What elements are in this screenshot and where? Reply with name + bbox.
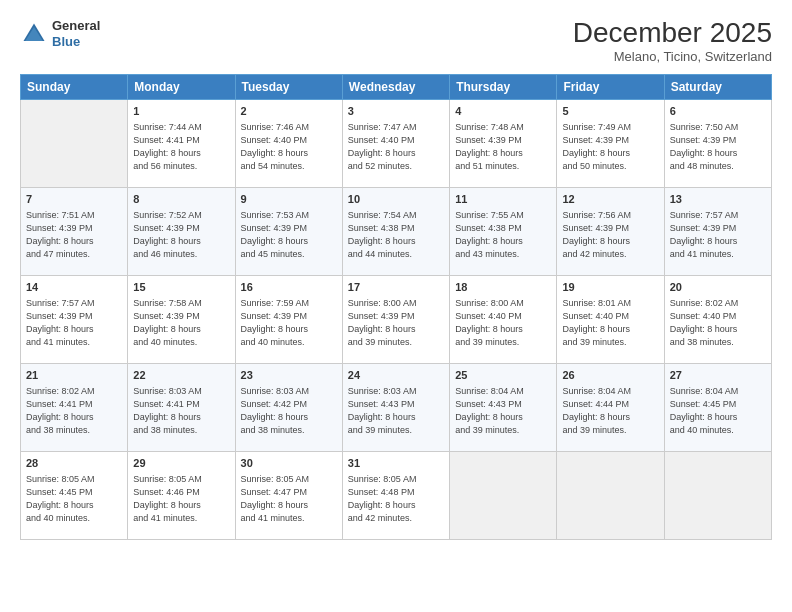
cell-info: Sunrise: 8:02 AMSunset: 4:40 PMDaylight:… [670,297,766,349]
logo-general: General [52,18,100,34]
week-row-4: 28Sunrise: 8:05 AMSunset: 4:45 PMDayligh… [21,451,772,539]
day-number: 15 [133,280,229,295]
cell-info: Sunrise: 7:46 AMSunset: 4:40 PMDaylight:… [241,121,337,173]
day-number: 13 [670,192,766,207]
cell-info: Sunrise: 7:51 AMSunset: 4:39 PMDaylight:… [26,209,122,261]
cell-info: Sunrise: 7:52 AMSunset: 4:39 PMDaylight:… [133,209,229,261]
day-number: 21 [26,368,122,383]
cell-info: Sunrise: 7:57 AMSunset: 4:39 PMDaylight:… [670,209,766,261]
day-number: 29 [133,456,229,471]
week-row-3: 21Sunrise: 8:02 AMSunset: 4:41 PMDayligh… [21,363,772,451]
calendar-cell: 27Sunrise: 8:04 AMSunset: 4:45 PMDayligh… [664,363,771,451]
header: General Blue December 2025 Melano, Ticin… [20,18,772,64]
calendar-cell: 6Sunrise: 7:50 AMSunset: 4:39 PMDaylight… [664,99,771,187]
day-number: 24 [348,368,444,383]
week-row-0: 1Sunrise: 7:44 AMSunset: 4:41 PMDaylight… [21,99,772,187]
cell-info: Sunrise: 8:05 AMSunset: 4:48 PMDaylight:… [348,473,444,525]
calendar-cell: 19Sunrise: 8:01 AMSunset: 4:40 PMDayligh… [557,275,664,363]
logo: General Blue [20,18,100,49]
page: General Blue December 2025 Melano, Ticin… [0,0,792,612]
day-number: 1 [133,104,229,119]
calendar-cell: 8Sunrise: 7:52 AMSunset: 4:39 PMDaylight… [128,187,235,275]
day-number: 7 [26,192,122,207]
calendar-cell: 7Sunrise: 7:51 AMSunset: 4:39 PMDaylight… [21,187,128,275]
cell-info: Sunrise: 7:54 AMSunset: 4:38 PMDaylight:… [348,209,444,261]
calendar-cell: 29Sunrise: 8:05 AMSunset: 4:46 PMDayligh… [128,451,235,539]
col-header-friday: Friday [557,74,664,99]
calendar-cell: 24Sunrise: 8:03 AMSunset: 4:43 PMDayligh… [342,363,449,451]
calendar-cell: 25Sunrise: 8:04 AMSunset: 4:43 PMDayligh… [450,363,557,451]
week-row-1: 7Sunrise: 7:51 AMSunset: 4:39 PMDaylight… [21,187,772,275]
calendar-cell: 21Sunrise: 8:02 AMSunset: 4:41 PMDayligh… [21,363,128,451]
day-number: 3 [348,104,444,119]
cell-info: Sunrise: 8:02 AMSunset: 4:41 PMDaylight:… [26,385,122,437]
col-header-sunday: Sunday [21,74,128,99]
day-number: 8 [133,192,229,207]
calendar-cell: 31Sunrise: 8:05 AMSunset: 4:48 PMDayligh… [342,451,449,539]
day-number: 6 [670,104,766,119]
cell-info: Sunrise: 8:00 AMSunset: 4:40 PMDaylight:… [455,297,551,349]
cell-info: Sunrise: 7:59 AMSunset: 4:39 PMDaylight:… [241,297,337,349]
calendar-cell: 3Sunrise: 7:47 AMSunset: 4:40 PMDaylight… [342,99,449,187]
calendar-cell: 17Sunrise: 8:00 AMSunset: 4:39 PMDayligh… [342,275,449,363]
logo-blue: Blue [52,34,100,50]
calendar-cell [450,451,557,539]
day-number: 11 [455,192,551,207]
cell-info: Sunrise: 8:03 AMSunset: 4:41 PMDaylight:… [133,385,229,437]
cell-info: Sunrise: 8:04 AMSunset: 4:44 PMDaylight:… [562,385,658,437]
day-number: 23 [241,368,337,383]
cell-info: Sunrise: 7:47 AMSunset: 4:40 PMDaylight:… [348,121,444,173]
col-header-saturday: Saturday [664,74,771,99]
cell-info: Sunrise: 7:57 AMSunset: 4:39 PMDaylight:… [26,297,122,349]
col-header-thursday: Thursday [450,74,557,99]
col-header-monday: Monday [128,74,235,99]
logo-text: General Blue [52,18,100,49]
day-number: 25 [455,368,551,383]
col-header-wednesday: Wednesday [342,74,449,99]
day-number: 14 [26,280,122,295]
calendar-cell: 10Sunrise: 7:54 AMSunset: 4:38 PMDayligh… [342,187,449,275]
day-number: 12 [562,192,658,207]
col-header-tuesday: Tuesday [235,74,342,99]
cell-info: Sunrise: 7:56 AMSunset: 4:39 PMDaylight:… [562,209,658,261]
cell-info: Sunrise: 8:05 AMSunset: 4:46 PMDaylight:… [133,473,229,525]
cell-info: Sunrise: 8:00 AMSunset: 4:39 PMDaylight:… [348,297,444,349]
day-number: 27 [670,368,766,383]
month-title: December 2025 [573,18,772,49]
calendar-cell: 16Sunrise: 7:59 AMSunset: 4:39 PMDayligh… [235,275,342,363]
cell-info: Sunrise: 7:44 AMSunset: 4:41 PMDaylight:… [133,121,229,173]
calendar-cell: 4Sunrise: 7:48 AMSunset: 4:39 PMDaylight… [450,99,557,187]
cell-info: Sunrise: 7:48 AMSunset: 4:39 PMDaylight:… [455,121,551,173]
calendar-cell: 28Sunrise: 8:05 AMSunset: 4:45 PMDayligh… [21,451,128,539]
cell-info: Sunrise: 8:05 AMSunset: 4:47 PMDaylight:… [241,473,337,525]
cell-info: Sunrise: 8:03 AMSunset: 4:42 PMDaylight:… [241,385,337,437]
calendar-cell: 30Sunrise: 8:05 AMSunset: 4:47 PMDayligh… [235,451,342,539]
header-row: SundayMondayTuesdayWednesdayThursdayFrid… [21,74,772,99]
calendar-cell: 26Sunrise: 8:04 AMSunset: 4:44 PMDayligh… [557,363,664,451]
day-number: 2 [241,104,337,119]
day-number: 26 [562,368,658,383]
calendar-table: SundayMondayTuesdayWednesdayThursdayFrid… [20,74,772,540]
cell-info: Sunrise: 7:55 AMSunset: 4:38 PMDaylight:… [455,209,551,261]
day-number: 22 [133,368,229,383]
calendar-cell: 5Sunrise: 7:49 AMSunset: 4:39 PMDaylight… [557,99,664,187]
calendar-cell: 14Sunrise: 7:57 AMSunset: 4:39 PMDayligh… [21,275,128,363]
day-number: 16 [241,280,337,295]
week-row-2: 14Sunrise: 7:57 AMSunset: 4:39 PMDayligh… [21,275,772,363]
cell-info: Sunrise: 8:03 AMSunset: 4:43 PMDaylight:… [348,385,444,437]
day-number: 20 [670,280,766,295]
cell-info: Sunrise: 7:53 AMSunset: 4:39 PMDaylight:… [241,209,337,261]
calendar-cell: 13Sunrise: 7:57 AMSunset: 4:39 PMDayligh… [664,187,771,275]
calendar-cell: 20Sunrise: 8:02 AMSunset: 4:40 PMDayligh… [664,275,771,363]
calendar-cell: 23Sunrise: 8:03 AMSunset: 4:42 PMDayligh… [235,363,342,451]
day-number: 10 [348,192,444,207]
cell-info: Sunrise: 8:05 AMSunset: 4:45 PMDaylight:… [26,473,122,525]
day-number: 5 [562,104,658,119]
calendar-cell: 11Sunrise: 7:55 AMSunset: 4:38 PMDayligh… [450,187,557,275]
calendar-cell [557,451,664,539]
day-number: 4 [455,104,551,119]
calendar-cell [21,99,128,187]
cell-info: Sunrise: 7:50 AMSunset: 4:39 PMDaylight:… [670,121,766,173]
day-number: 17 [348,280,444,295]
day-number: 30 [241,456,337,471]
